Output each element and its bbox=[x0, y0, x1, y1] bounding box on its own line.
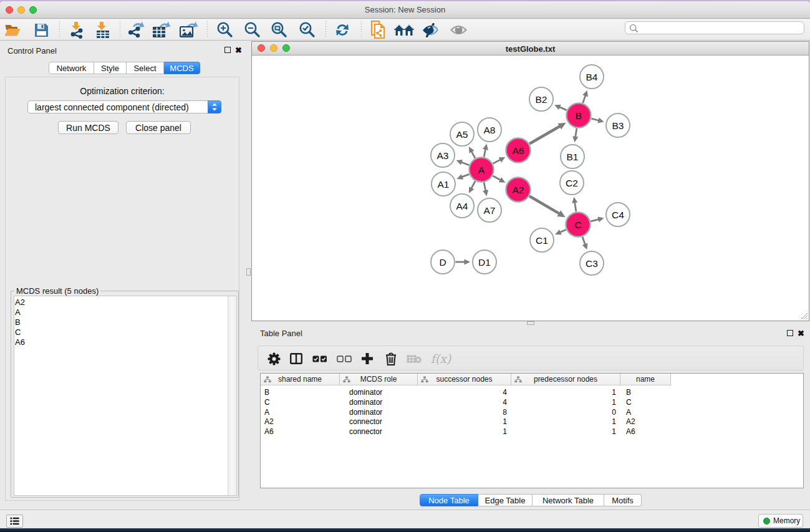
cell-shared-name[interactable]: A6 bbox=[261, 427, 340, 437]
import-network-button[interactable] bbox=[65, 20, 88, 40]
edge-A2-C[interactable] bbox=[529, 196, 559, 214]
graph-node-C1[interactable]: C1 bbox=[530, 228, 554, 252]
graph-node-A8[interactable]: A8 bbox=[478, 118, 501, 142]
show-all-button[interactable] bbox=[447, 20, 470, 40]
column-header-shared-name[interactable]: shared name bbox=[261, 374, 340, 385]
graph-node-B2[interactable]: B2 bbox=[529, 87, 553, 111]
result-item[interactable]: A2 bbox=[14, 297, 236, 307]
memory-button[interactable]: Memory bbox=[758, 514, 803, 528]
table-select-all-button[interactable] bbox=[309, 346, 330, 371]
result-item[interactable]: A bbox=[14, 307, 236, 317]
edge-A6-B[interactable] bbox=[529, 126, 560, 143]
graph-node-C2[interactable]: C2 bbox=[560, 171, 584, 195]
edge-B-B2[interactable] bbox=[559, 107, 567, 110]
result-item[interactable]: A6 bbox=[14, 337, 236, 347]
edge-C-C3[interactable] bbox=[582, 237, 585, 245]
table-row-A2[interactable]: A2connector11A2 bbox=[261, 417, 671, 427]
cell-name[interactable]: A6 bbox=[620, 427, 671, 437]
cell-shared-name[interactable]: A2 bbox=[261, 417, 340, 427]
cell-name[interactable]: A2 bbox=[620, 417, 671, 427]
cell-shared-name[interactable]: A bbox=[261, 408, 340, 418]
save-session-button[interactable] bbox=[30, 20, 52, 40]
table-add-column-button[interactable] bbox=[357, 346, 378, 371]
table-gear-button[interactable] bbox=[263, 346, 284, 371]
zoom-fit-button[interactable] bbox=[268, 20, 290, 40]
first-neighbors-button[interactable] bbox=[393, 20, 415, 40]
result-item[interactable]: B bbox=[14, 317, 236, 327]
search-input[interactable] bbox=[640, 22, 801, 33]
graph-node-A7[interactable]: A7 bbox=[478, 198, 501, 222]
graph-node-C4[interactable]: C4 bbox=[606, 203, 630, 226]
column-header-MCDS-role[interactable]: MCDS role bbox=[340, 374, 418, 385]
tab-network-table[interactable]: Network Table bbox=[533, 494, 604, 506]
table-row-A6[interactable]: A6connector11A6 bbox=[261, 427, 671, 437]
edge-B-B3[interactable] bbox=[591, 118, 599, 120]
open-file-button[interactable] bbox=[1, 20, 24, 40]
run-mcds-button[interactable]: Run MCDS bbox=[58, 121, 118, 134]
graph-node-B4[interactable]: B4 bbox=[580, 65, 604, 89]
column-header-successor-nodes[interactable]: successor nodes bbox=[418, 374, 511, 385]
result-item[interactable]: C bbox=[14, 327, 236, 337]
cell-successor-nodes[interactable]: 1 bbox=[418, 417, 511, 427]
edge-C-C1[interactable] bbox=[560, 230, 566, 232]
result-list-scrollbar[interactable] bbox=[228, 296, 236, 495]
table-delete-table-button[interactable] bbox=[403, 346, 425, 371]
criterion-dropdown[interactable]: largest connected component (directed) bbox=[27, 100, 221, 114]
table-split-columns-button[interactable] bbox=[286, 346, 307, 371]
cell-MCDS-role[interactable]: dominator bbox=[340, 398, 418, 408]
cell-MCDS-role[interactable]: dominator bbox=[340, 388, 418, 398]
table-row-B[interactable]: Bdominator41B bbox=[261, 388, 671, 398]
cell-MCDS-role[interactable]: dominator bbox=[340, 408, 418, 418]
cell-MCDS-role[interactable]: connector bbox=[340, 417, 418, 427]
cell-predecessor-nodes[interactable]: 1 bbox=[511, 417, 620, 427]
graph-node-C[interactable]: C bbox=[566, 213, 591, 237]
edge-A-A6[interactable] bbox=[493, 160, 501, 163]
graph-node-A3[interactable]: A3 bbox=[431, 143, 455, 167]
graph-node-A5[interactable]: A5 bbox=[450, 122, 474, 146]
graph-node-C3[interactable]: C3 bbox=[580, 251, 604, 275]
control-panel-float-button[interactable] bbox=[224, 47, 231, 53]
zoom-in-button[interactable] bbox=[213, 20, 236, 40]
cell-name[interactable]: C bbox=[620, 398, 671, 408]
edge-B-B4[interactable] bbox=[583, 95, 586, 103]
column-header-name[interactable]: name bbox=[620, 374, 671, 385]
zoom-selected-button[interactable] bbox=[296, 20, 318, 40]
graph-node-B1[interactable]: B1 bbox=[561, 145, 584, 168]
import-table-button[interactable] bbox=[92, 20, 114, 40]
resize-grip-icon[interactable] bbox=[801, 312, 808, 320]
graph-node-A[interactable]: A bbox=[470, 158, 494, 182]
table-delete-column-button[interactable] bbox=[380, 346, 402, 371]
cell-successor-nodes[interactable]: 8 bbox=[418, 408, 511, 418]
edge-A-A3[interactable] bbox=[461, 162, 470, 165]
cell-predecessor-nodes[interactable]: 1 bbox=[511, 388, 620, 398]
graph-node-A6[interactable]: A6 bbox=[506, 138, 531, 163]
edge-C-C2[interactable] bbox=[575, 202, 576, 211]
tab-edge-table[interactable]: Edge Table bbox=[478, 494, 533, 506]
graph-node-B[interactable]: B bbox=[567, 104, 591, 128]
export-image-button[interactable] bbox=[178, 20, 200, 40]
edge-C-C4[interactable] bbox=[591, 220, 599, 221]
tab-motifs[interactable]: Motifs bbox=[604, 494, 642, 506]
edge-A-A1[interactable] bbox=[461, 174, 469, 177]
column-header-predecessor-nodes[interactable]: predecessor nodes bbox=[511, 374, 620, 385]
hide-selected-button[interactable] bbox=[419, 20, 441, 40]
cell-predecessor-nodes[interactable]: 1 bbox=[511, 427, 620, 437]
table-row-C[interactable]: Cdominator41C bbox=[261, 398, 671, 408]
table-panel-float-button[interactable] bbox=[787, 330, 793, 336]
zoom-out-button[interactable] bbox=[241, 20, 263, 40]
tab-network[interactable]: Network bbox=[49, 62, 94, 74]
tab-mcds[interactable]: MCDS bbox=[164, 62, 200, 74]
clone-network-button[interactable] bbox=[367, 20, 389, 40]
cell-shared-name[interactable]: C bbox=[261, 398, 340, 408]
table-function-builder-button[interactable]: f(x) bbox=[428, 346, 454, 371]
close-panel-button[interactable]: Close panel bbox=[126, 121, 191, 134]
edge-A-A2[interactable] bbox=[493, 176, 500, 180]
horizontal-splitter-handle[interactable] bbox=[527, 321, 534, 325]
vertical-splitter-handle[interactable] bbox=[246, 268, 251, 276]
graph-node-D[interactable]: D bbox=[431, 250, 455, 274]
edge-A-A4[interactable] bbox=[471, 181, 475, 189]
edge-A-A5[interactable] bbox=[471, 152, 475, 158]
cell-successor-nodes[interactable]: 1 bbox=[418, 427, 511, 437]
cell-successor-nodes[interactable]: 4 bbox=[418, 398, 511, 408]
table-deselect-all-button[interactable] bbox=[334, 346, 355, 371]
